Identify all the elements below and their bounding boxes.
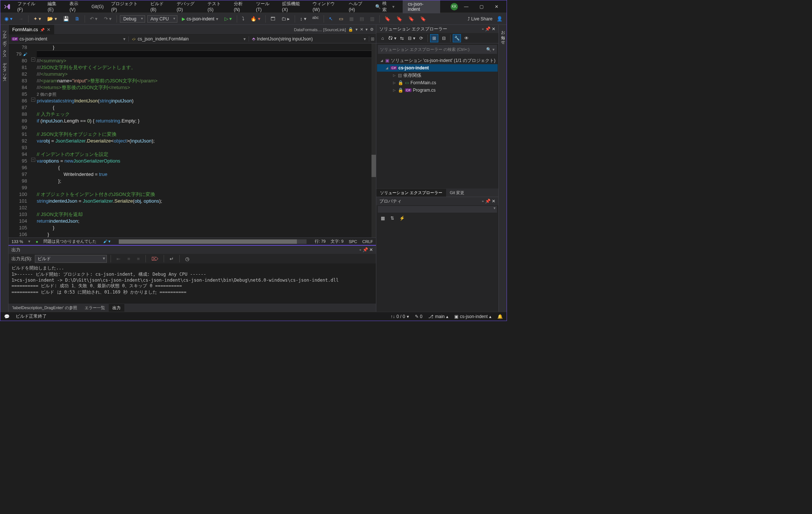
sol-showall-icon[interactable]: ⊞ (430, 34, 438, 42)
git-changes-pill[interactable]: ↑↓ 0 / 0 ▾ (390, 314, 409, 319)
platform-combo[interactable]: Any CPU (147, 15, 177, 23)
out-wrap-icon[interactable]: ↵ (168, 255, 176, 263)
account-icon[interactable]: 👤 (495, 15, 504, 23)
hot-reload-icon[interactable]: 🔥 ▾ (249, 15, 262, 23)
dropdown-icon[interactable]: ▾ (356, 27, 358, 32)
overflow-icon[interactable]: ▾ (366, 27, 368, 32)
menu-debug[interactable]: デバッグ(D) (174, 0, 203, 14)
sol-home-icon[interactable]: ⌂ (379, 34, 387, 42)
code-area[interactable]: } /// <summary> /// JSON文字列を見やすくインデントします… (37, 43, 371, 238)
menu-analyze[interactable]: 分析(N) (231, 0, 252, 14)
tab-solution-explorer[interactable]: ソリューション エクスプローラー (376, 189, 446, 197)
search-box[interactable]: 🔍 検索 ▾ (372, 0, 397, 14)
abc-icon[interactable]: abc (311, 14, 321, 23)
menu-ext[interactable]: 拡張機能(X) (279, 0, 308, 14)
nav-method[interactable]: ⬘IndentJson(string inputJson)▾ (249, 36, 369, 42)
tree-solution-root[interactable]: ◢▣ソリューション 'cs-json-indent' (1/1 のプロジェクト) (377, 57, 498, 64)
menu-help[interactable]: ヘルプ(H) (346, 0, 371, 14)
gear-icon[interactable]: ⚙ (370, 27, 374, 32)
out-clock-icon[interactable]: ◷ (183, 255, 191, 263)
output-body[interactable]: ビルドを開始しました... 1>------ ビルド開始: プロジェクト: cs… (9, 263, 376, 304)
output-source-combo[interactable]: ビルド (35, 255, 107, 263)
sol-filter-icon[interactable]: ⊟ ▾ (407, 34, 416, 42)
output-pin-icon[interactable]: ▫ 📌 (360, 247, 369, 252)
code-editor[interactable]: 7879🖌80818283848586878889909192939495969… (9, 43, 376, 238)
maximize-button[interactable]: ▢ (475, 1, 488, 12)
tab-git-changes[interactable]: Git 変更 (446, 189, 468, 197)
close-linked-icon[interactable]: ✕ (360, 27, 363, 32)
pin-icon[interactable]: 📌 (40, 28, 45, 32)
tree-formmain[interactable]: ▷🔒▭FormMain.cs (377, 79, 498, 86)
minimap-scrollbar[interactable] (371, 43, 376, 238)
cursor-icon[interactable]: ↖ (327, 15, 335, 23)
browse-icon[interactable]: 🗔 (269, 15, 277, 23)
save-icon[interactable]: 💾 (61, 15, 71, 23)
bell-icon[interactable]: 🔔 (497, 314, 503, 319)
menu-project[interactable]: プロジェクト(P) (108, 0, 146, 14)
eol-mode[interactable]: CRLF (362, 239, 373, 244)
sol-preview-icon[interactable]: 👁 (462, 34, 471, 42)
menu-edit[interactable]: 編集(E) (45, 0, 65, 14)
save-all-icon[interactable]: 🗎 (73, 15, 82, 23)
tab-output[interactable]: 出力 (109, 304, 124, 312)
fold-toggle[interactable]: − (31, 158, 35, 162)
folder-icon[interactable]: 🗀 ▸ (279, 15, 292, 23)
brush-icon[interactable]: 🖌 ▾ (103, 239, 111, 244)
sol-switchview-icon[interactable]: 🗘 ▾ (388, 34, 396, 42)
git-pending-pill[interactable]: ✎ 0 (415, 314, 423, 319)
tree-program[interactable]: ▷🔒C#Program.cs (377, 86, 498, 94)
close-button[interactable]: ✕ (490, 1, 504, 12)
git-repo-pill[interactable]: ▣ cs-json-indent ▴ (454, 314, 491, 319)
prop-alpha-icon[interactable]: ⇅ (388, 214, 396, 222)
menu-window[interactable]: ウィンドウ(W) (310, 0, 344, 14)
sol-pin-icon[interactable]: 📌 (485, 26, 492, 32)
bookmark-icon[interactable]: 🔖 (383, 15, 392, 23)
minimize-button[interactable]: — (459, 1, 473, 12)
menu-build[interactable]: ビルド(B) (147, 0, 172, 14)
menu-tools[interactable]: ツール(T) (253, 0, 278, 14)
pin-icon[interactable]: ▭ (337, 15, 345, 23)
prop-object-combo[interactable]: ▾ (378, 206, 497, 213)
step-icon[interactable]: ⤵ (240, 15, 246, 23)
solution-search[interactable]: ソリューション エクスプローラー の検索 (Ctrl+:) 🔍 ▾ (378, 45, 497, 54)
split-icon[interactable]: ⊞ (369, 36, 376, 42)
output-close-icon[interactable]: ✕ (369, 247, 373, 252)
notifications-tab[interactable]: お知らせ (501, 28, 505, 42)
out-clear-icon[interactable]: ⌦ (150, 255, 160, 263)
open-icon[interactable]: 📂 ▾ (45, 15, 59, 23)
prop-drop-icon[interactable]: ▫ (482, 199, 485, 204)
whitespace-mode[interactable]: SPC (349, 239, 357, 244)
tree-project[interactable]: ◢C#cs-json-indent (377, 64, 498, 72)
nav-project[interactable]: C#cs-json-indent▾ (9, 36, 129, 42)
tree-dependencies[interactable]: ▷▤依存関係 (377, 72, 498, 79)
prop-pin-icon[interactable]: 📌 (485, 199, 492, 204)
issues-label[interactable]: 問題は見つかりませんでした (43, 239, 96, 244)
toolbox-tab[interactable]: ツールボックス (1, 28, 7, 56)
redo-icon[interactable]: ↷ ▾ (102, 15, 114, 23)
datasource-tab[interactable]: データ ソース (1, 60, 7, 81)
menu-test[interactable]: テスト(S) (204, 0, 229, 14)
sol-refresh-icon[interactable]: ⟳ (417, 34, 425, 42)
solution-tree[interactable]: ◢▣ソリューション 'cs-json-indent' (1/1 のプロジェクト)… (376, 55, 498, 189)
fold-toggle[interactable]: − (31, 98, 35, 102)
nav-back-icon[interactable]: ◉ ▾ (3, 15, 14, 23)
sol-close-icon[interactable]: ✕ (492, 26, 495, 32)
prop-close-icon[interactable]: ✕ (492, 199, 495, 204)
fold-column[interactable]: − − − (31, 43, 37, 238)
menu-view[interactable]: 表示(V) (66, 0, 87, 14)
tab-references[interactable]: 'labelDescription_DragEnter' の参照 (9, 304, 81, 312)
doc-tab-formmain[interactable]: FormMain.cs 📌 ✕ (9, 25, 54, 34)
start-nodebug-button[interactable]: ▷ ▾ (223, 15, 234, 23)
sol-sync-icon[interactable]: ⇆ (398, 34, 406, 42)
menu-git[interactable]: Git(G) (89, 3, 107, 11)
config-combo[interactable]: Debug (120, 15, 145, 23)
nav-class[interactable]: 🝰cs_json_indent.FormMain▾ (129, 36, 249, 42)
new-project-icon[interactable]: ✦ ▾ (32, 15, 43, 23)
solution-title-pill[interactable]: cs-json-indent (403, 0, 440, 13)
sol-properties-icon[interactable]: 🔧 (453, 34, 461, 42)
linked-doc-label[interactable]: DataFormats.... [SourceLink] (294, 27, 346, 32)
fold-toggle[interactable]: − (31, 58, 35, 62)
prop-events-icon[interactable]: ⚡ (398, 214, 406, 222)
arrange-icon[interactable]: ↕ ▾ (298, 15, 308, 23)
start-debug-button[interactable]: ▶cs-json-indent ▾ (180, 16, 220, 22)
